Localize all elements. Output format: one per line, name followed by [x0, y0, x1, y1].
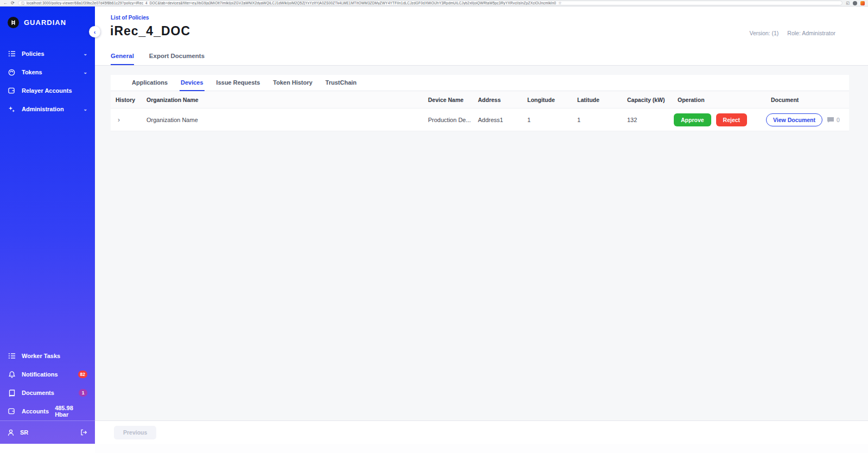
column-header: Address: [473, 97, 522, 103]
sidebar-item-relayer-accounts[interactable]: Relayer Accounts: [0, 81, 95, 100]
sidebar-item-label: Policies: [22, 50, 77, 57]
approve-button[interactable]: Approve: [674, 113, 711, 126]
policy-version: Version: (1): [750, 30, 779, 36]
sidebar-item-label: Tokens: [22, 69, 77, 75]
sidebar-item-label: Documents: [22, 390, 73, 396]
column-header: Longitude: [522, 97, 572, 103]
column-header: Document: [766, 97, 849, 103]
bell-icon: [8, 371, 16, 378]
sparkle-icon: [8, 106, 16, 113]
subtab-devices[interactable]: Devices: [180, 75, 205, 91]
sidebar-nav: Policies ⌄ Tokens ⌄ Relayer Accounts: [0, 44, 95, 118]
tasks-icon: [8, 353, 16, 359]
browser-profile-avatar[interactable]: [853, 1, 857, 5]
expand-row-icon[interactable]: ›: [111, 116, 142, 124]
url-text: localhost:3000/policy-viewer/68a1f39bc2e…: [27, 1, 556, 5]
header-meta: Version: (1) Role: Administrator: [750, 30, 835, 36]
cell-document: View Document 0: [766, 113, 849, 126]
table-row: › Organization Name Production De... Add…: [111, 109, 849, 131]
sidebar-bottom-nav: Worker Tasks Notifications 82 Documents …: [0, 347, 95, 420]
brand-name: GUARDIAN: [24, 18, 66, 27]
content-area: Applications Devices Issue Requests Toke…: [95, 66, 868, 420]
sidebar-item-label: Notifications: [22, 371, 72, 378]
view-document-button[interactable]: View Document: [766, 113, 822, 126]
sidebar-item-documents[interactable]: Documents 1: [0, 384, 95, 402]
main-tabs: General Export Documents: [111, 53, 205, 65]
policy-subtabs: Applications Devices Issue Requests Toke…: [111, 75, 849, 91]
user-name: SR: [20, 429, 28, 436]
column-header: Organization Name: [142, 97, 423, 103]
sidebar-item-label: Worker Tasks: [22, 353, 87, 359]
card-icon: [8, 408, 16, 414]
back-icon[interactable]: ←: [3, 1, 8, 5]
sidebar-item-notifications[interactable]: Notifications 82: [0, 365, 95, 384]
bookmark-star-icon[interactable]: ☆: [558, 1, 561, 5]
column-header: History: [111, 97, 142, 103]
chevron-down-icon: ⌄: [83, 106, 87, 112]
cell-operation: Approve Reject: [673, 113, 766, 126]
sidebar-item-worker-tasks[interactable]: Worker Tasks: [0, 347, 95, 365]
previous-button[interactable]: Previous: [114, 426, 156, 439]
hedera-logo-icon: [8, 17, 19, 28]
notifications-badge: 82: [78, 371, 87, 378]
browser-toolbar: ← ⟳ ⓘ localhost:3000/policy-viewer/68a1f…: [0, 0, 868, 7]
user-role: Role: Administrator: [787, 30, 835, 36]
reject-button[interactable]: Reject: [716, 113, 748, 126]
breadcrumb[interactable]: List of Policies: [111, 15, 149, 21]
extensions-icon[interactable]: ◱: [846, 1, 850, 5]
sidebar-item-label: Accounts: [22, 408, 49, 414]
comment-count: 0: [837, 117, 840, 123]
chevron-down-icon: ⌄: [83, 69, 87, 75]
wallet-icon: [8, 87, 16, 94]
address-bar[interactable]: ⓘ localhost:3000/policy-viewer/68a1f39bc…: [18, 1, 843, 5]
subtab-applications[interactable]: Applications: [131, 75, 169, 91]
column-header: Operation: [673, 97, 766, 103]
site-info-icon[interactable]: ⓘ: [21, 2, 24, 5]
hbar-balance: 485.98 Hbar: [55, 405, 87, 418]
subtab-token-history[interactable]: Token History: [272, 75, 314, 91]
window-bottom-edge: [95, 444, 868, 453]
documents-badge: 1: [79, 389, 87, 397]
guardian-app: ← ⟳ ⓘ localhost:3000/policy-viewer/68a1f…: [0, 0, 868, 453]
logout-icon[interactable]: [80, 429, 87, 436]
column-header: Capacity (kW): [622, 97, 673, 103]
column-header: Device Name: [423, 97, 473, 103]
sidebar: GUARDIAN ‹ Policies ⌄ Tokens ⌄: [0, 7, 95, 444]
cell-device-name: Production De...: [423, 117, 473, 123]
tab-export-documents[interactable]: Export Documents: [149, 53, 205, 65]
main-area: List of Policies iRec_4_DOC Version: (1)…: [95, 7, 868, 453]
chevron-down-icon: ⌄: [83, 51, 87, 56]
column-header: Latitude: [572, 97, 622, 103]
sidebar-item-policies[interactable]: Policies ⌄: [0, 44, 95, 63]
sidebar-item-label: Administration: [22, 106, 77, 112]
subtab-trustchain[interactable]: TrustChain: [324, 75, 358, 91]
brand: GUARDIAN: [0, 7, 95, 30]
cell-latitude: 1: [572, 117, 622, 123]
table-header-row: History Organization Name Device Name Ad…: [111, 91, 849, 109]
cell-longitude: 1: [522, 117, 572, 123]
token-icon: [8, 69, 16, 76]
comments-control[interactable]: 0: [827, 117, 840, 123]
sidebar-item-accounts[interactable]: Accounts 485.98 Hbar: [0, 402, 95, 420]
sidebar-item-tokens[interactable]: Tokens ⌄: [0, 63, 95, 81]
comment-icon: [827, 117, 834, 123]
subtab-issue-requests[interactable]: Issue Requests: [215, 75, 261, 91]
sidebar-item-label: Relayer Accounts: [22, 87, 87, 94]
reload-icon[interactable]: ⟳: [11, 1, 15, 5]
pagination-footer: Previous: [95, 420, 868, 444]
devices-card: Applications Devices Issue Requests Toke…: [111, 75, 849, 131]
extension-badge-icon[interactable]: [860, 1, 865, 5]
person-icon: [8, 429, 14, 436]
list-icon: [8, 50, 16, 57]
cell-address: Address1: [473, 117, 522, 123]
page-header: List of Policies iRec_4_DOC Version: (1)…: [95, 7, 868, 66]
sidebar-item-administration[interactable]: Administration ⌄: [0, 100, 95, 118]
book-icon: [8, 390, 16, 397]
tab-general[interactable]: General: [111, 53, 134, 65]
sidebar-collapse-button[interactable]: ‹: [89, 26, 100, 37]
sidebar-user-row[interactable]: SR: [0, 420, 95, 444]
page-title: iRec_4_DOC: [110, 24, 190, 39]
cell-organization-name: Organization Name: [142, 117, 423, 123]
cell-capacity: 132: [622, 117, 673, 123]
